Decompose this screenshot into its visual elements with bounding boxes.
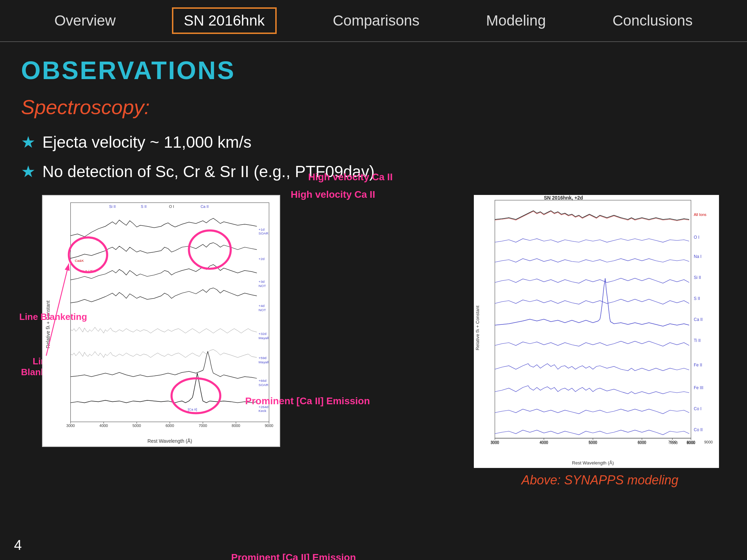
page-title: OBSERVATIONS [21,56,726,85]
above-label: Above: SYNAPPS modeling [474,473,726,488]
navigation-bar: Overview SN 2016hnk Comparisons Modeling… [0,0,747,42]
svg-text:Fe III: Fe III [694,385,703,390]
svg-text:6000: 6000 [166,424,174,428]
prominent-caii-label: Prominent [Ca II] Emission [231,552,356,560]
svg-text:Ca II: Ca II [694,317,703,322]
svg-text:Rest Wavelength (Å): Rest Wavelength (Å) [147,438,192,444]
svg-text:Rest Wavelength (Å): Rest Wavelength (Å) [572,460,614,465]
svg-text:+32d: +32d [258,332,266,336]
svg-text:5000: 5000 [589,440,597,444]
svg-text:Ca II: Ca II [201,204,209,209]
section-title: Spectroscopy: [21,95,726,119]
svg-text:8000: 8000 [232,424,240,428]
svg-text:Mayall: Mayall [258,360,269,364]
svg-text:NOT: NOT [258,308,266,312]
svg-text:S II: S II [694,296,700,301]
svg-text:S II: S II [141,204,146,209]
svg-text:O I: O I [694,235,699,240]
svg-text:8000: 8000 [687,440,695,444]
svg-text:Na I: Na I [694,254,701,259]
svg-text:Fe II: Fe II [694,363,702,368]
svg-text:Keck: Keck [258,409,266,413]
svg-text:NOT: NOT [258,284,266,288]
svg-text:4000: 4000 [540,440,548,444]
high-velocity-label-abs: High velocity Ca II [291,189,375,200]
svg-text:9000: 9000 [265,424,273,428]
star-icon-2: ★ [21,162,35,181]
svg-text:+2d: +2d [258,257,264,261]
svg-rect-47 [495,200,691,438]
svg-text:All Ions: All Ions [694,212,707,217]
svg-text:Si II: Si II [694,275,701,280]
page-number: 4 [14,537,22,553]
svg-text:Ti II: Ti II [694,338,701,343]
svg-text:Mayall: Mayall [258,336,269,340]
nav-item-conclusions[interactable]: Conclusions [602,9,703,33]
svg-text:3000: 3000 [491,440,499,444]
star-icon-1: ★ [21,133,35,152]
nav-item-modeling[interactable]: Modeling [476,9,556,33]
svg-rect-2 [71,203,269,422]
nav-item-sn2016hnk[interactable]: SN 2016hnk [172,7,277,34]
right-spectrum-chart: SN 2016hnk, +2d Relative fλ + Constant R… [474,195,719,468]
main-content: OBSERVATIONS Spectroscopy: ★ Ejecta velo… [0,42,747,495]
svg-text:+4d: +4d [258,304,264,308]
nav-item-overview[interactable]: Overview [44,9,126,33]
bullet-item-1: ★ Ejecta velocity ~ 11,000 km/s [21,133,726,152]
svg-text:3000: 3000 [66,424,75,428]
svg-text:9000: 9000 [704,440,713,444]
svg-text:+59d: +59d [258,356,266,360]
nav-item-comparisons[interactable]: Comparisons [322,9,430,33]
svg-text:SOAR: SOAR [258,383,268,387]
svg-text:Si II: Si II [109,204,116,209]
svg-text:Co I: Co I [694,406,701,411]
svg-text:5000: 5000 [132,424,141,428]
svg-text:Relative fλ + Constant: Relative fλ + Constant [475,306,480,350]
two-column-layout: Line Blanketing Relative fλ + Constant [21,195,726,488]
svg-text:+66d: +66d [258,379,266,383]
svg-text:Co II: Co II [694,427,703,432]
svg-text:SN 2016hnk, +2d: SN 2016hnk, +2d [544,195,583,201]
line-blanketing-label-abs: Line Blanketing [19,312,87,322]
svg-text:6000: 6000 [638,440,646,444]
svg-text:+3d: +3d [258,280,264,284]
svg-text:SOAR: SOAR [258,231,268,235]
prominent-label-abs: Prominent [Ca II] Emission [245,396,370,407]
left-column: Line Blanketing Relative fλ + Constant [21,195,460,488]
svg-text:4000: 4000 [99,424,108,428]
svg-text:+1d: +1d [258,227,264,231]
right-column: SN 2016hnk, +2d Relative fλ + Constant R… [474,195,726,488]
svg-text:7000: 7000 [199,424,207,428]
svg-text:7000: 7000 [668,440,677,444]
svg-text:[Ca II]: [Ca II] [188,407,197,411]
high-velocity-caii-label: High velocity Ca II [308,172,393,183]
svg-text:Ca&K: Ca&K [75,259,84,262]
svg-text:O I: O I [169,204,174,209]
